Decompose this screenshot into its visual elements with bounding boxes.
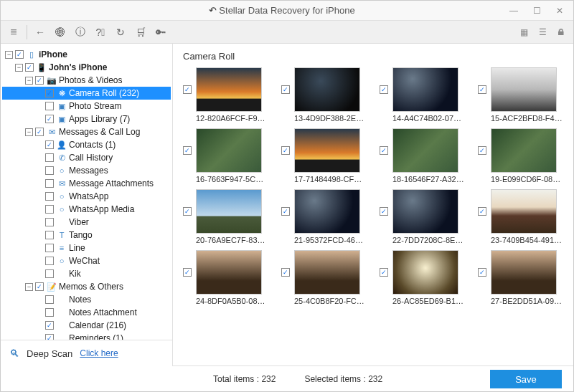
expand-toggle[interactable]: − — [25, 283, 33, 291]
thumbnail-image[interactable] — [196, 189, 262, 234]
thumbnail-checkbox[interactable]: ✓ — [478, 85, 486, 94]
checkbox[interactable]: ✓ — [45, 321, 54, 330]
menu-button[interactable]: ≡ — [5, 24, 22, 41]
thumbnail-item[interactable]: ✓16-7663F947-5C5C-4... — [183, 128, 274, 183]
tree-item[interactable]: −✓📝Memos & Others — [2, 280, 171, 293]
refresh-icon[interactable]: ↻ — [112, 24, 129, 41]
tree-item[interactable]: ✆Call History — [2, 151, 171, 164]
tree-item[interactable]: ○WhatsApp — [2, 190, 171, 203]
tree-item[interactable]: ✓❋Camera Roll (232) — [2, 87, 171, 100]
thumbnail-item[interactable]: ✓19-E099CD6F-08FB-44... — [478, 128, 569, 183]
tree-item[interactable]: ○Messages — [2, 164, 171, 177]
thumbnail-image[interactable] — [392, 67, 458, 112]
thumbnail-item[interactable]: ✓13-4D9DF388-2EB2-4... — [281, 67, 372, 123]
thumbnail-item[interactable]: ✓14-A4C74B02-0772-48... — [380, 67, 471, 123]
cart-icon[interactable]: 🛒︎ — [132, 24, 149, 41]
thumbnail-item[interactable]: ✓17-71484498-CF66-4... — [281, 128, 372, 183]
checkbox[interactable] — [45, 102, 54, 110]
checkbox[interactable] — [45, 257, 54, 265]
checkbox[interactable] — [45, 192, 54, 201]
tree-item[interactable]: Kik — [2, 267, 171, 280]
thumbnail-checkbox[interactable]: ✓ — [478, 207, 486, 216]
thumbnail-item[interactable]: ✓15-ACF2BFD8-F4F2-49... — [478, 67, 569, 123]
thumbnail-image[interactable] — [491, 250, 557, 295]
checkbox[interactable] — [45, 153, 54, 162]
thumbnail-item[interactable]: ✓23-7409B454-4916-4A... — [478, 189, 569, 244]
checkbox[interactable]: ✓ — [45, 115, 54, 123]
checkbox[interactable] — [45, 218, 54, 226]
thumbnail-item[interactable]: ✓25-4C0B8F20-FC1C-49... — [281, 250, 372, 305]
thumbnail-image[interactable] — [392, 128, 458, 173]
checkbox[interactable]: ✓ — [35, 282, 44, 291]
thumbnail-image[interactable] — [294, 189, 360, 234]
thumbnail-checkbox[interactable]: ✓ — [183, 85, 192, 94]
checkbox[interactable] — [45, 231, 54, 239]
thumbnail-checkbox[interactable]: ✓ — [380, 207, 388, 216]
thumbnail-item[interactable]: ✓27-BE2DD51A-0956-4... — [478, 250, 569, 305]
tree-item[interactable]: ▣Photo Stream — [2, 100, 171, 113]
expand-toggle[interactable]: − — [25, 77, 33, 85]
thumbnail-item[interactable]: ✓20-76A9EC7F-83A7-40... — [183, 189, 274, 244]
thumbnail-checkbox[interactable]: ✓ — [183, 207, 192, 216]
thumbnail-image[interactable] — [294, 67, 360, 112]
tree-item[interactable]: ✓▣Apps Library (7) — [2, 113, 171, 125]
thumbnail-checkbox[interactable]: ✓ — [183, 146, 192, 155]
thumbnail-image[interactable] — [392, 250, 458, 295]
checkbox[interactable] — [45, 308, 54, 317]
tree-item[interactable]: ✓Calendar (216) — [2, 319, 171, 332]
checkbox[interactable]: ✓ — [35, 76, 44, 85]
tree-item[interactable]: −✓✉Messages & Call Log — [2, 125, 171, 138]
expand-toggle[interactable]: − — [25, 128, 33, 136]
thumbnail-checkbox[interactable]: ✓ — [380, 268, 388, 277]
checkbox[interactable]: ✓ — [15, 50, 24, 59]
checkbox[interactable]: ✓ — [35, 128, 44, 136]
thumbnail-image[interactable] — [491, 67, 557, 112]
thumbnail-item[interactable]: ✓26-AC85ED69-B184-4... — [380, 250, 471, 305]
tree-item[interactable]: ✓👤Contacts (1) — [2, 138, 171, 151]
tree-item[interactable]: −✓📱John's iPhone — [2, 61, 171, 74]
tree-item[interactable]: ○WhatsApp Media — [2, 203, 171, 216]
tree-item[interactable]: Notes — [2, 293, 171, 306]
thumbnail-checkbox[interactable]: ✓ — [380, 85, 388, 94]
info-icon[interactable]: ⓘ — [72, 24, 89, 41]
checkbox[interactable]: ✓ — [45, 89, 54, 97]
minimize-button[interactable]: — — [503, 3, 524, 19]
maximize-button[interactable]: ☐ — [526, 3, 547, 19]
thumbnail-item[interactable]: ✓18-16546F27-A32A-4E... — [380, 128, 471, 183]
tree-item[interactable]: TTango — [2, 229, 171, 242]
thumbnail-checkbox[interactable]: ✓ — [183, 268, 192, 277]
thumbnail-checkbox[interactable]: ✓ — [281, 268, 290, 277]
thumbnail-image[interactable] — [491, 189, 557, 234]
thumbnail-grid-scroll[interactable]: ✓12-820A6FCF-F979-4C...✓13-4D9DF388-2EB2… — [173, 64, 573, 365]
thumbnail-image[interactable] — [196, 250, 262, 295]
key-icon[interactable]: 🔑︎ — [152, 24, 169, 41]
thumbnail-item[interactable]: ✓24-8DF0A5B0-08A7-4... — [183, 250, 274, 305]
thumbnail-item[interactable]: ✓21-95372FCD-4674-4... — [281, 189, 372, 244]
deep-scan-link[interactable]: Click here — [80, 348, 118, 358]
globe-icon[interactable]: 🌐︎ — [52, 24, 69, 41]
checkbox[interactable] — [45, 166, 54, 175]
thumbnail-item[interactable]: ✓12-820A6FCF-F979-4C... — [183, 67, 274, 123]
checkbox[interactable] — [45, 269, 54, 278]
thumbnail-image[interactable] — [392, 189, 458, 234]
thumbnail-checkbox[interactable]: ✓ — [478, 268, 486, 277]
expand-toggle[interactable]: − — [15, 64, 23, 72]
thumbnail-item[interactable]: ✓22-7DD7208C-8ED8-... — [380, 189, 471, 244]
checkbox[interactable] — [45, 244, 54, 252]
thumbnail-checkbox[interactable]: ✓ — [380, 146, 388, 155]
thumbnail-checkbox[interactable]: ✓ — [478, 146, 486, 155]
checkbox[interactable] — [45, 179, 54, 188]
tree-item[interactable]: −✓📷Photos & Videos — [2, 74, 171, 87]
thumbnail-image[interactable] — [196, 128, 262, 173]
thumbnail-image[interactable] — [491, 128, 557, 173]
thumbnail-checkbox[interactable]: ✓ — [281, 85, 290, 94]
tree-item[interactable]: −✓▯iPhone — [2, 48, 171, 61]
tree-item[interactable]: ≡Line — [2, 242, 171, 254]
checkbox[interactable]: ✓ — [45, 334, 54, 340]
list-view-button[interactable]: ☰ — [535, 25, 550, 39]
thumbnail-checkbox[interactable]: ✓ — [281, 207, 290, 216]
expand-toggle[interactable]: − — [5, 51, 13, 59]
tree-item[interactable]: ✓Reminders (1) — [2, 332, 171, 340]
thumbnail-image[interactable] — [196, 67, 262, 112]
tree-item[interactable]: ○WeChat — [2, 254, 171, 267]
